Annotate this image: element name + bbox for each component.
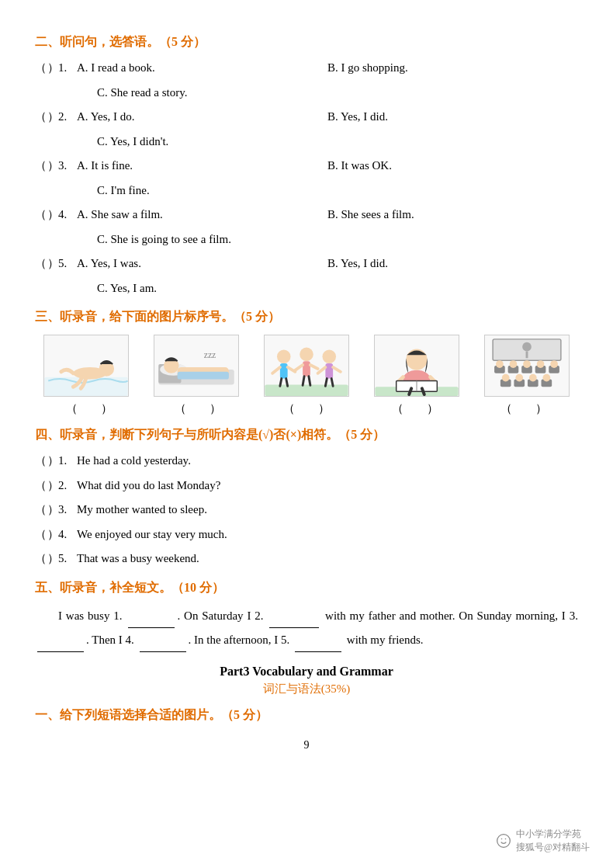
- blank-3[interactable]: [37, 628, 84, 652]
- paren-slot-2: （ ）: [155, 401, 241, 416]
- svg-point-55: [502, 374, 510, 382]
- question-4-4: （ ） 4. We enjoyed our stay very much.: [35, 525, 578, 545]
- section6-title: 一、给下列短语选择合适的图片。（5 分）: [35, 707, 578, 724]
- opt-c-5: C. Yes, I am.: [97, 279, 578, 299]
- svg-line-22: [309, 377, 310, 386]
- opt-c-1: C. She read a story.: [97, 83, 578, 103]
- paren4-right-2: ）: [47, 476, 58, 496]
- paren-slot-4: （ ）: [372, 401, 458, 416]
- svg-point-49: [537, 360, 545, 368]
- paren-slot-3: （ ）: [264, 401, 349, 416]
- q-label-2: 2.: [58, 107, 75, 127]
- part3-title: Part3 Vocabulary and Grammar: [35, 665, 578, 679]
- page-number: 9: [35, 739, 578, 752]
- q-label-3: 3.: [58, 156, 75, 176]
- paren-left-1: （: [35, 58, 46, 78]
- section2-title: 二、听问句，选答语。（5 分）: [35, 34, 578, 50]
- svg-point-59: [497, 835, 511, 848]
- svg-point-23: [322, 350, 336, 364]
- svg-line-37: [422, 388, 424, 394]
- paren-slot-1: （ ）: [47, 401, 132, 416]
- svg-rect-8: [178, 372, 229, 380]
- q4-text-5: That was a busy weekend.: [77, 549, 199, 569]
- opt-a-5: A. Yes, I was.: [77, 254, 327, 274]
- paren-slot-5: （ ）: [481, 401, 566, 416]
- opt-c-2: C. Yes, I didn't.: [97, 132, 578, 152]
- paren-right-2: ）: [47, 107, 58, 127]
- opt-c-4: C. She is going to see a film.: [97, 230, 578, 250]
- parens-answer-row: （ ） （ ） （ ） （ ） （ ）: [35, 401, 578, 416]
- paren4-right-1: ）: [47, 451, 58, 471]
- svg-point-17: [300, 348, 313, 362]
- svg-point-48: [523, 360, 531, 368]
- paren-left-2: （: [35, 107, 46, 127]
- opt-a-3: A. It is fine.: [77, 156, 327, 176]
- paren-left-4: （: [35, 205, 46, 225]
- paren4-left-3: （: [35, 500, 46, 520]
- question-4-5: （ ） 5. That was a busy weekend.: [35, 549, 578, 569]
- paren4-left-1: （: [35, 451, 46, 471]
- q4-label-2: 2.: [58, 476, 75, 496]
- q4-label-4: 4.: [58, 525, 75, 545]
- question-4-2: （ ） 2. What did you do last Monday?: [35, 476, 578, 496]
- svg-point-58: [542, 374, 550, 382]
- svg-line-36: [409, 388, 411, 394]
- question-4-3: （ ） 3. My mother wanted to sleep.: [35, 500, 578, 520]
- paren4-right-4: ）: [47, 525, 58, 545]
- q4-text-4: We enjoyed our stay very much.: [77, 525, 227, 545]
- svg-line-20: [310, 365, 318, 369]
- image-4: [374, 335, 459, 397]
- paren-right-4: ）: [47, 205, 58, 225]
- image-3: [264, 335, 349, 397]
- paren-right-1: ）: [47, 58, 58, 78]
- q4-label-1: 1.: [58, 451, 75, 471]
- section5-passage: I was busy 1. . On Saturday I 2. with my…: [35, 604, 578, 652]
- blank-1[interactable]: [128, 604, 175, 628]
- section4-title: 四、听录音，判断下列句子与所听内容是(√)否(×)相符。（5 分）: [35, 427, 578, 443]
- blank-4[interactable]: [140, 628, 186, 652]
- q-label-5: 5.: [58, 254, 75, 274]
- q4-text-2: What did you do last Monday?: [77, 476, 220, 496]
- svg-line-15: [280, 379, 282, 387]
- svg-point-47: [510, 360, 518, 368]
- paren-left-3: （: [35, 156, 46, 176]
- blank-2[interactable]: [269, 604, 319, 628]
- paren-right-3: ）: [47, 156, 58, 176]
- opt-b-5: B. Yes, I did.: [327, 254, 578, 274]
- opt-a-1: A. I read a book.: [77, 58, 327, 78]
- section5-title: 五、听录音，补全短文。（10 分）: [35, 580, 578, 596]
- paren4-left-5: （: [35, 549, 46, 569]
- watermark-icon: [496, 833, 511, 849]
- paren-left-5: （: [35, 254, 46, 274]
- q4-label-3: 3.: [58, 500, 75, 520]
- svg-rect-12: [280, 363, 288, 379]
- opt-b-2: B. Yes, I did.: [327, 107, 578, 127]
- question-4-1: （ ） 1. He had a cold yesterday.: [35, 451, 578, 471]
- svg-line-16: [286, 379, 288, 387]
- watermark-text: 中小学满分学苑 搜狐号@对精翻斗: [516, 828, 590, 854]
- svg-point-11: [277, 350, 291, 364]
- paren4-right-3: ）: [47, 500, 58, 520]
- question-2-1: （ ） 1. A. I read a book. B. I go shoppin…: [35, 58, 578, 78]
- image-5: [484, 335, 570, 397]
- svg-line-19: [295, 365, 303, 370]
- image-2: zzz: [154, 335, 239, 397]
- opt-b-1: B. I go shopping.: [327, 58, 578, 78]
- svg-line-13: [272, 367, 280, 373]
- blank-5[interactable]: [295, 628, 341, 652]
- q4-text-1: He had a cold yesterday.: [77, 451, 191, 471]
- question-2-5: （ ） 5. A. Yes, I was. B. Yes, I did.: [35, 254, 578, 274]
- svg-point-39: [522, 342, 532, 352]
- paren4-right-5: ）: [47, 549, 58, 569]
- question-2-3: （ ） 3. A. It is fine. B. It was OK.: [35, 156, 578, 176]
- svg-text:zzz: zzz: [204, 350, 216, 360]
- svg-point-50: [550, 360, 558, 368]
- svg-rect-24: [325, 363, 333, 379]
- opt-a-4: A. She saw a film.: [77, 205, 327, 225]
- svg-line-21: [303, 377, 304, 386]
- part3-subtitle: 词汇与语法(35%): [35, 682, 578, 696]
- svg-rect-10: [265, 384, 348, 396]
- paren-right-5: ）: [47, 254, 58, 274]
- svg-point-56: [515, 374, 523, 382]
- watermark: 中小学满分学苑 搜狐号@对精翻斗: [496, 828, 590, 854]
